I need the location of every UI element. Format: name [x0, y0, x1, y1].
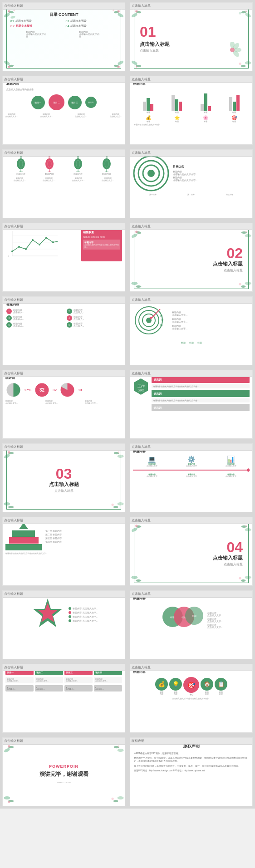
col-bottom-4: ●点击输入... [94, 685, 122, 691]
slide-6-label: 点击输入标题 [130, 150, 252, 157]
slide-1-title: 目录 CONTENT [49, 12, 78, 17]
slide-wrapper-2: 点击输入标题 [128, 0, 255, 74]
bar-pink-3 [208, 106, 211, 111]
deco-flower [223, 42, 241, 58]
num-item-5: 5 标题内容点击输入... [6, 322, 61, 328]
slide-15[interactable]: 点击输入标题 第一层 标题内容 第二层 标题内容 第三层 标题内容 [2, 517, 125, 586]
slide-19[interactable]: 点击输入标题 项目一 项目二 项目三 项目四 [2, 664, 125, 733]
s16-number: 04 [213, 540, 243, 554]
slide-7-label: 点击输入标题 [3, 223, 125, 230]
slide-2-inner: 01 点击输入标题 点击输入标题 [130, 3, 252, 71]
icon-grid-5: 标题内容 点击输入文字 [172, 473, 210, 477]
slide-11[interactable]: 点击输入标题 统计网 17% 32 [2, 370, 125, 439]
svg-point-69 [52, 241, 54, 243]
slide-7[interactable]: 点击输入标题 [2, 223, 125, 292]
lantern-1-label: 标题内容 [16, 173, 25, 175]
pie-2-desc: 标题内容点击输入文字... [45, 400, 83, 404]
slide-13-label: 点击输入标题 [3, 444, 125, 451]
slide-16[interactable]: 点击输入标题 [130, 517, 253, 586]
slide-10[interactable]: 点击输入标题 01 02 03 [130, 296, 253, 365]
svg-point-65 [25, 248, 27, 250]
slide-6[interactable]: 点击输入标题 目标达成 标题内容点击输入您的文字内容...标题内容点击输入您的文… [130, 149, 253, 218]
slide-11-label: 点击输入标题 [3, 370, 125, 377]
slide-3-label: 点击输入标题 [3, 76, 125, 83]
pyramid-l2 [12, 530, 35, 537]
section-title: 点击输入标题 [140, 41, 170, 48]
venn-3: 标题 [185, 607, 203, 625]
slide-18-inner: 标题内容 标题 核心 标题 标题内容点击输入文字... 标题内容点击输入文字..… [130, 591, 252, 659]
slide-wrapper-7: 点击输入标题 [0, 221, 128, 294]
slide-2[interactable]: 点击输入标题 [130, 2, 253, 71]
slide-wrapper-3: 点击输入标题 标题内容 点击输入您的文字内容点击... 项目一 项目二 项目三 … [0, 74, 128, 147]
col-bottom-1: ●点击输入... [5, 685, 34, 691]
bull-desc-3: 标题内容点击输入文字... [172, 324, 250, 330]
lantern-3: 标题内容 [73, 156, 83, 175]
stat-1: 17% [24, 388, 31, 392]
star-item-3: 标题内容 点击输入文字... [69, 615, 98, 618]
pyramid-l4 [5, 544, 42, 550]
slide-21[interactable]: 点击输入标题 [2, 737, 125, 806]
num-item-6: 6 标题内容点击输入... [67, 322, 122, 328]
icon-item-2: ⭐ 标题 [174, 115, 180, 123]
slide-wrapper-11: 点击输入标题 统计网 17% 32 [0, 368, 128, 441]
slide-3-inner: 标题内容 点击输入您的文字内容点击... 项目一 项目二 项目三 项目四 标题内… [3, 76, 125, 144]
bar-gray-1 [143, 102, 146, 111]
slide-5[interactable]: 点击输入标题 标题内容 [2, 149, 125, 218]
slide-wrapper-22: 版权声明 版权声明 本PPT模板由锐普PPT制作，版权归锐普所有。 允许用于个人… [128, 735, 255, 809]
svg-point-45 [74, 158, 82, 169]
bull-desc-2: 标题内容点击输入文字... [172, 318, 250, 323]
slide-8-label: 点击输入标题 [130, 223, 252, 230]
bar-label-3: 标题 [204, 111, 207, 113]
svg-text:02: 02 [161, 319, 164, 322]
l-desc-2: 标题内容点击输入文字... [43, 177, 55, 181]
slide-19-label: 点击输入标题 [3, 664, 125, 671]
slide-9-inner: 标题内容 1 标题内容点击输入... 2 标题内容点击输入... 3 标题内容点 [3, 297, 125, 365]
slide-wrapper-20: 点击输入标题 标题内容 💰 标题内容 💡 标题内容 [128, 662, 255, 735]
slide-3[interactable]: 点击输入标题 标题内容 点击输入您的文字内容点击... 项目一 项目二 项目三 … [2, 76, 125, 145]
slide-4[interactable]: 点击输入标题 标题内容 标题 [130, 76, 253, 145]
slide-9[interactable]: 点击输入标题 标题内容 1 标题内容点击输入... 2 标题内容点击输入... [2, 296, 125, 365]
num-item-4: 4 标题内容点击输入... [67, 315, 122, 321]
slide-12[interactable]: 点击输入标题 工作 流程 提示词 [130, 370, 253, 439]
slide-14-inner: 标题内容 💻 标题内容 点击输入文字 ⚙️ 标题内容 点击输入文字 [130, 444, 252, 512]
slide-19-inner: 项目一 项目二 项目三 项目四 标题内容点击输入文字... [3, 664, 125, 732]
bar-label-2: 标题 [175, 111, 179, 113]
hexagon-icon: 工作 流程 [133, 378, 149, 396]
slide-18[interactable]: 点击输入标题 标题内容 标题 核心 标题 标题内容点击输入文字... 标题内容点… [130, 590, 253, 659]
pyr-l2: 第二层 标题内容 [45, 534, 62, 536]
bar-gray-3 [201, 104, 204, 111]
slide-13[interactable]: 点击输入标题 [2, 443, 125, 512]
text-block-1: 标题内容 点击输入您的文字内容点击输入您的文字内容... [152, 384, 250, 388]
slide-4-label: 点击输入标题 [130, 76, 252, 83]
num-item-3: 3 标题内容点击输入... [6, 315, 61, 321]
slide-16-inner: 04 点击输入标题 点击输入标题 [130, 517, 252, 585]
venn-desc-3: 标题内容点击输入文字... [207, 624, 223, 628]
bullseye-chart: 01 02 03 [133, 302, 169, 338]
slide-17[interactable]: 点击输入标题 标题内容 点击输入文字... [2, 590, 125, 659]
lantern-4: 标题内容 [102, 156, 112, 175]
slide-wrapper-15: 点击输入标题 第一层 标题内容 第二层 标题内容 第三层 标题内容 [0, 515, 128, 588]
slide-5-inner: 标题内容 标题内容 [3, 150, 125, 218]
slide-13-inner: 03 点击输入标题 点击输入标题 [3, 444, 125, 512]
s16-title: 点击输入标题 [213, 554, 243, 561]
bar-green-4 [233, 102, 236, 111]
slide-1-inner: 目录 CONTENT 01 标题文本预设 03 标题文本预设 02 [3, 3, 125, 71]
target-desc: 标题内容点击输入您的文字内容...标题内容点击输入您的文字内容... [173, 171, 250, 182]
slide-22[interactable]: 版权声明 版权声明 本PPT模板由锐普PPT制作，版权归锐普所有。 允许用于个人… [130, 737, 253, 806]
slide-8[interactable]: 点击输入标题 [130, 223, 253, 292]
slide-2-label: 点击输入标题 [130, 3, 252, 10]
slide-20[interactable]: 点击输入标题 标题内容 💰 标题内容 💡 标题内容 [130, 664, 253, 733]
svg-text:流程: 流程 [138, 388, 144, 392]
s13-subtitle: 点击输入标题 [54, 489, 74, 493]
bubble-4: 项目四 [85, 97, 97, 108]
slide-6-inner: 目标达成 标题内容点击输入您的文字内容...标题内容点击输入您的文字内容... … [130, 150, 252, 218]
svg-point-64 [18, 246, 20, 248]
slide-wrapper-21: 点击输入标题 [0, 735, 128, 809]
col-body-3: 标题内容点击输入文字... [64, 677, 93, 683]
desc-1: 标题内容点击输入您的文字内容... [26, 31, 49, 38]
slide-14[interactable]: 点击输入标题 标题内容 💻 标题内容 点击输入文字 ⚙️ 标题内容 [130, 443, 253, 512]
slide-1[interactable]: 点击输入标题 [2, 2, 125, 71]
bar-gray-4 [229, 97, 232, 111]
slide-21-inner: POWERPOIN 演讲完毕，谢谢观看 www.xxx.com [3, 738, 125, 806]
svg-point-40 [45, 158, 54, 169]
